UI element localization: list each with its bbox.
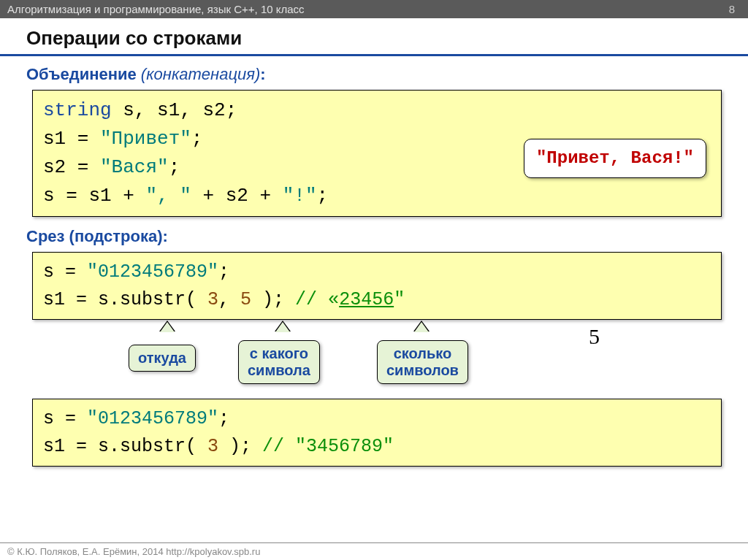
page-number: 8 (729, 3, 741, 15)
code-block-substr1: s = "0123456789"; s1 = s.substr( 3, 5 );… (32, 252, 722, 320)
slide-footer: © К.Ю. Поляков, Е.А. Ерёмин, 2014 http:/… (0, 542, 748, 560)
arrow-icon (160, 322, 175, 332)
annotation-row: откуда с какого символа сколько символов… (26, 330, 722, 393)
arrow-icon (414, 322, 429, 332)
slide-content: Объединение (конкатенация): string s, s1… (0, 65, 748, 467)
result-callout: "Привет, Вася!" (524, 139, 706, 178)
section2-heading: Срез (подстрока): (26, 227, 722, 246)
header-subject: Алгоритмизация и программирование, язык … (7, 3, 305, 15)
slide-title: Операции со строками (0, 18, 748, 56)
annotation-from: откуда (129, 345, 196, 372)
section1-heading: Объединение (конкатенация): (26, 65, 722, 84)
code-block-concat: string s, s1, s2; s1 = "Привет"; s2 = "В… (32, 90, 722, 217)
code-line: string s, s1, s2; (43, 96, 711, 125)
code-line: s1 = s.substr( 3, 5 ); // «23456" (43, 286, 711, 314)
annotation-count-chars: сколько символов (377, 340, 468, 384)
code-line: s = s1 + ", " + s2 + "!"; (43, 182, 711, 210)
annotation-start-char: с какого символа (238, 340, 320, 384)
code-line: s = "0123456789"; (43, 405, 711, 433)
arrow-icon (275, 322, 290, 332)
slide-header: Алгоритмизация и программирование, язык … (0, 0, 748, 18)
brace-label: 5 (589, 324, 600, 349)
code-line: s1 = s.substr( 3 ); // "3456789" (43, 433, 711, 461)
code-block-substr2: s = "0123456789"; s1 = s.substr( 3 ); //… (32, 399, 722, 467)
code-line: s = "0123456789"; (43, 258, 711, 286)
